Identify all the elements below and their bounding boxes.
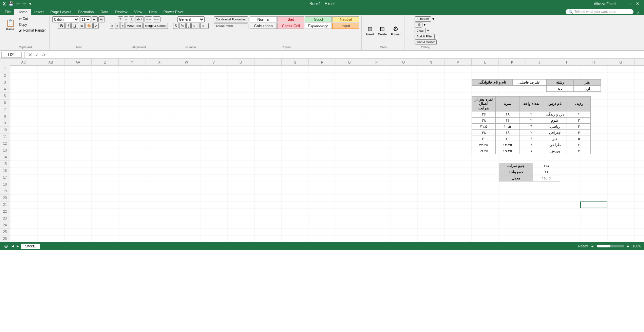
paste-button[interactable]: 📋 Paste: [3, 18, 17, 32]
fill-dropdown-icon[interactable]: ▼: [423, 23, 426, 27]
ribbon-minimize-icon[interactable]: ∧: [634, 10, 643, 15]
style-input[interactable]: Input: [332, 23, 359, 29]
align-top-button[interactable]: ⊤: [118, 16, 123, 22]
format-button[interactable]: ⚙ Format: [389, 24, 402, 37]
col-header-L[interactable]: L: [472, 59, 499, 65]
font-size-select[interactable]: 11: [80, 16, 91, 22]
col-header-Z[interactable]: Z: [92, 59, 119, 65]
wrap-text-button[interactable]: Wrap Text: [126, 23, 143, 29]
align-middle-button[interactable]: ≡: [124, 16, 128, 22]
col-header-G[interactable]: G: [607, 59, 634, 65]
col-header-Q[interactable]: Q: [336, 59, 363, 65]
quick-access-customize[interactable]: ▼: [29, 2, 32, 6]
col-header-U[interactable]: U: [227, 59, 254, 65]
col-header-P[interactable]: P: [363, 59, 390, 65]
underline-button[interactable]: U: [71, 23, 78, 29]
cancel-formula-button[interactable]: ✕: [27, 52, 33, 57]
tab-view[interactable]: View: [131, 9, 146, 15]
sheet-tab-1[interactable]: Sheet1: [21, 244, 40, 249]
indent-decrease-button[interactable]: ←≡: [145, 16, 152, 22]
clear-button[interactable]: Clear: [415, 28, 426, 33]
col-header-M[interactable]: M: [444, 59, 472, 65]
style-check-cell[interactable]: Check Cell: [277, 23, 304, 29]
col-header-W[interactable]: W: [173, 59, 200, 65]
autosum-dropdown-icon[interactable]: ▼: [432, 17, 435, 21]
increase-decimal-button[interactable]: .0→: [191, 23, 200, 29]
cell-reference-box[interactable]: [1, 52, 22, 58]
zoom-slider[interactable]: [597, 245, 624, 247]
format-painter-button[interactable]: 🖌 Format Painter: [18, 28, 47, 33]
quick-access-redo[interactable]: ↪: [22, 1, 26, 6]
decrease-decimal-button[interactable]: .0←: [200, 23, 209, 29]
find-select-button[interactable]: Find & Select: [415, 39, 437, 45]
tab-power-pivot[interactable]: Power Pivot: [160, 9, 187, 15]
tab-formulas[interactable]: Formulas: [75, 9, 97, 15]
col-header-T[interactable]: T: [254, 59, 282, 65]
style-explanatory[interactable]: Explanatory...: [305, 23, 332, 29]
border-button[interactable]: ⊞: [79, 23, 85, 29]
scroll-sheets-left[interactable]: ◄: [11, 244, 15, 248]
style-bad[interactable]: Bad: [277, 16, 304, 22]
confirm-formula-button[interactable]: ✓: [34, 52, 40, 57]
col-header-H[interactable]: H: [580, 59, 607, 65]
comma-button[interactable]: ,: [186, 23, 191, 29]
bold-button[interactable]: B: [58, 23, 65, 29]
scroll-left-button[interactable]: ◄: [591, 244, 594, 248]
col-header-S[interactable]: S: [282, 59, 309, 65]
scroll-right-button[interactable]: ►: [627, 244, 630, 248]
align-bottom-button[interactable]: ⊥: [129, 16, 134, 22]
col-header-AB[interactable]: AB: [37, 59, 64, 65]
scroll-sheets-right[interactable]: ►: [16, 244, 20, 248]
tab-page-layout[interactable]: Page Layout: [47, 9, 75, 15]
number-format-select[interactable]: General: [177, 16, 205, 22]
quick-access-save[interactable]: 💾: [8, 1, 14, 6]
decrease-font-button[interactable]: A↓: [98, 16, 105, 22]
align-center-button[interactable]: ≡: [115, 23, 119, 29]
minimize-button[interactable]: ─: [618, 1, 625, 6]
font-name-select[interactable]: Calibri: [52, 16, 79, 22]
new-sheet-button[interactable]: ⊕: [3, 243, 10, 249]
merge-center-button[interactable]: Merge & Center: [143, 23, 168, 29]
col-header-R[interactable]: R: [309, 59, 336, 65]
cut-button[interactable]: ✂ Cut: [18, 16, 47, 21]
col-header-AC[interactable]: AC: [10, 59, 37, 65]
col-header-I[interactable]: I: [553, 59, 580, 65]
col-header-F[interactable]: F: [634, 59, 644, 65]
col-header-AA[interactable]: AA: [64, 59, 92, 65]
fill-color-button[interactable]: 🎨: [86, 23, 93, 29]
style-neutral[interactable]: Neutral: [332, 16, 359, 22]
increase-font-button[interactable]: A↑: [92, 16, 98, 22]
format-table-button[interactable]: Format Table: [214, 23, 249, 29]
insert-button[interactable]: ⊞ Insert: [364, 24, 376, 37]
col-header-X[interactable]: X: [146, 59, 173, 65]
col-header-K[interactable]: K: [499, 59, 526, 65]
tab-review[interactable]: Review: [112, 9, 131, 15]
sort-filter-button[interactable]: Sort & Filter: [415, 34, 435, 39]
align-left-button[interactable]: ≡: [110, 23, 114, 29]
formula-input[interactable]: [48, 53, 643, 57]
col-header-N[interactable]: N: [417, 59, 444, 65]
style-good[interactable]: Good: [305, 16, 332, 22]
quick-access-undo[interactable]: ↩: [16, 1, 20, 6]
currency-button[interactable]: $: [173, 23, 178, 29]
style-calculation[interactable]: Calculation: [250, 23, 277, 29]
col-header-V[interactable]: V: [200, 59, 227, 65]
col-header-J[interactable]: J: [526, 59, 553, 65]
delete-button[interactable]: ⊟ Delete: [376, 24, 389, 37]
copy-button[interactable]: Copy: [18, 22, 47, 27]
font-color-button[interactable]: A: [93, 23, 99, 29]
indent-increase-button[interactable]: ≡→: [153, 16, 160, 22]
col-header-O[interactable]: O: [390, 59, 417, 65]
restore-button[interactable]: □: [626, 1, 632, 6]
conditional-formatting-button[interactable]: Conditional Formatting: [214, 16, 249, 22]
percent-button[interactable]: %: [179, 23, 186, 29]
autosum-button[interactable]: AutoSum: [415, 16, 431, 22]
tab-insert[interactable]: Insert: [31, 9, 47, 15]
close-button[interactable]: ✕: [634, 1, 641, 6]
col-header-Y[interactable]: Y: [119, 59, 146, 65]
align-right-button[interactable]: ≡: [120, 23, 125, 29]
tab-file[interactable]: File: [1, 9, 14, 15]
tab-home[interactable]: Home: [14, 9, 31, 15]
clear-dropdown-icon[interactable]: ▼: [427, 29, 430, 32]
style-normal[interactable]: Normal: [250, 16, 277, 22]
